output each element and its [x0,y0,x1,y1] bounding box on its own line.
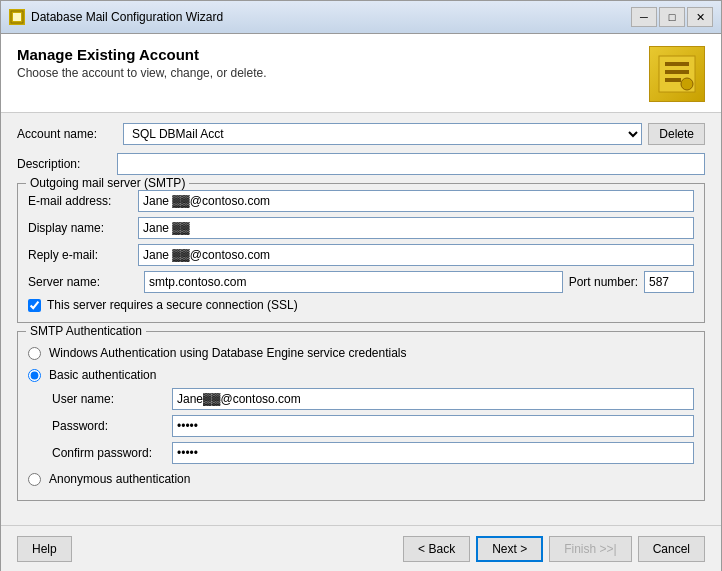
description-row: Description: [17,153,705,175]
reply-row: Reply e-mail: [28,244,694,266]
anonymous-auth-radio[interactable] [28,473,41,486]
app-icon [9,9,25,25]
smtp-group-title: Outgoing mail server (SMTP) [26,176,189,190]
username-row: User name: [52,388,694,410]
svg-rect-5 [665,78,681,82]
account-name-select[interactable]: SQL DBMail Acct [123,123,642,145]
svg-rect-1 [13,13,21,21]
ssl-row: This server requires a secure connection… [28,298,694,312]
username-label: User name: [52,392,172,406]
ssl-checkbox[interactable] [28,299,41,312]
smtp-group: Outgoing mail server (SMTP) E-mail addre… [17,183,705,323]
content-area: Account name: SQL DBMail Acct Delete Des… [1,113,721,519]
email-label: E-mail address: [28,194,138,208]
svg-rect-4 [665,70,689,74]
header-icon [649,46,705,102]
anonymous-auth-label[interactable]: Anonymous authentication [49,472,190,486]
password-label: Password: [52,419,172,433]
server-row: Server name: Port number: [28,271,694,293]
anonymous-auth-row: Anonymous authentication [28,472,694,486]
password-input[interactable] [172,415,694,437]
password-row: Password: [52,415,694,437]
header-section: Manage Existing Account Choose the accou… [1,34,721,113]
close-button[interactable]: ✕ [687,7,713,27]
port-input[interactable] [644,271,694,293]
maximize-button[interactable]: □ [659,7,685,27]
basic-auth-fields: User name: Password: Confirm password: [52,388,694,464]
ssl-label[interactable]: This server requires a secure connection… [47,298,298,312]
email-row: E-mail address: [28,190,694,212]
port-label: Port number: [569,275,638,289]
server-label: Server name: [28,275,138,289]
basic-auth-label[interactable]: Basic authentication [49,368,156,382]
minimize-button[interactable]: ─ [631,7,657,27]
svg-rect-3 [665,62,689,66]
email-input[interactable] [138,190,694,212]
basic-auth-row: Basic authentication [28,368,694,382]
reply-label: Reply e-mail: [28,248,138,262]
confirm-password-label: Confirm password: [52,446,172,460]
page-subtitle: Choose the account to view, change, or d… [17,66,267,80]
basic-auth-radio[interactable] [28,369,41,382]
auth-group: SMTP Authentication Windows Authenticati… [17,331,705,501]
description-input[interactable] [117,153,705,175]
window-title: Database Mail Configuration Wizard [31,10,223,24]
windows-auth-radio[interactable] [28,347,41,360]
page-title: Manage Existing Account [17,46,267,63]
title-bar: Database Mail Configuration Wizard ─ □ ✕ [1,1,721,34]
account-name-label: Account name: [17,127,117,141]
display-input[interactable] [138,217,694,239]
help-button[interactable]: Help [17,536,72,562]
svg-point-6 [681,78,693,90]
next-button[interactable]: Next > [476,536,543,562]
username-input[interactable] [172,388,694,410]
display-label: Display name: [28,221,138,235]
account-name-row: Account name: SQL DBMail Acct Delete [17,123,705,145]
footer: Help < Back Next > Finish >>| Cancel [1,525,721,571]
cancel-button[interactable]: Cancel [638,536,705,562]
back-button[interactable]: < Back [403,536,470,562]
reply-input[interactable] [138,244,694,266]
windows-auth-row: Windows Authentication using Database En… [28,346,694,360]
confirm-password-input[interactable] [172,442,694,464]
auth-group-title: SMTP Authentication [26,324,146,338]
main-window: Database Mail Configuration Wizard ─ □ ✕… [0,0,722,571]
server-input[interactable] [144,271,563,293]
confirm-password-row: Confirm password: [52,442,694,464]
finish-button[interactable]: Finish >>| [549,536,631,562]
display-row: Display name: [28,217,694,239]
delete-button[interactable]: Delete [648,123,705,145]
windows-auth-label[interactable]: Windows Authentication using Database En… [49,346,407,360]
description-label: Description: [17,157,117,171]
